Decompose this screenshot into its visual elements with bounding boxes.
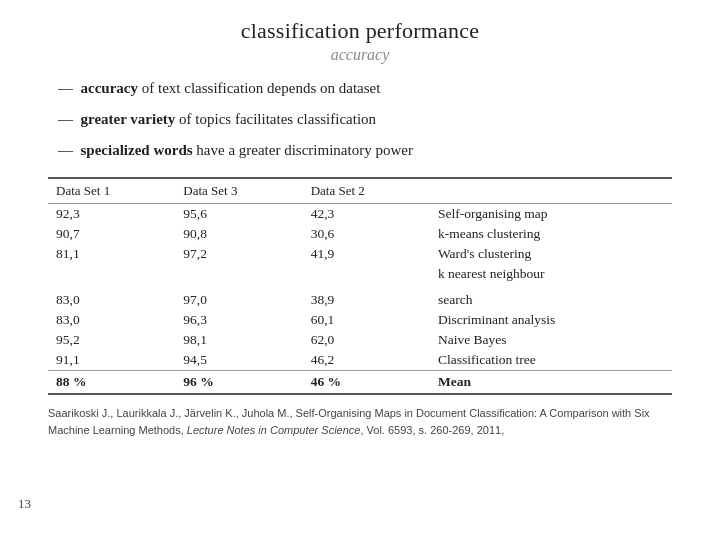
cell-ds1: 91,1 — [48, 350, 175, 371]
cell-label: Discriminant analysis — [430, 310, 672, 330]
results-table: Data Set 1 Data Set 3 Data Set 2 92,395,… — [48, 177, 672, 395]
cell-mean-ds1: 88 % — [48, 371, 175, 395]
cell-ds3 — [175, 264, 302, 284]
bullet-item-1: accuracy of text classification depends … — [48, 78, 672, 99]
cell-ds1: 92,3 — [48, 204, 175, 225]
cell-label: k-means clustering — [430, 224, 672, 244]
cell-ds1: 83,0 — [48, 310, 175, 330]
cell-ds3: 90,8 — [175, 224, 302, 244]
cell-ds1 — [48, 264, 175, 284]
header-ds2: Data Set 2 — [303, 178, 430, 204]
cell-ds2: 38,9 — [303, 284, 430, 310]
table-header-row: Data Set 1 Data Set 3 Data Set 2 — [48, 178, 672, 204]
header-ds3: Data Set 3 — [175, 178, 302, 204]
table-row: 90,790,830,6k-means clustering — [48, 224, 672, 244]
cell-label: Naive Bayes — [430, 330, 672, 350]
cell-ds1: 90,7 — [48, 224, 175, 244]
bullet-item-3: specialized words have a greater discrim… — [48, 140, 672, 161]
table-row: 81,197,241,9Ward's clustering — [48, 244, 672, 264]
cell-mean-label: Mean — [430, 371, 672, 395]
bullet-1-rest: of text classification depends on datase… — [138, 80, 380, 96]
bullet-item-2: greater variety of topics facilitates cl… — [48, 109, 672, 130]
table-row: 95,298,162,0Naive Bayes — [48, 330, 672, 350]
cell-ds3: 96,3 — [175, 310, 302, 330]
table-mean-row: 88 %96 %46 %Mean — [48, 371, 672, 395]
cell-ds3: 98,1 — [175, 330, 302, 350]
cell-label: search — [430, 284, 672, 310]
table-wrapper: Data Set 1 Data Set 3 Data Set 2 92,395,… — [48, 177, 672, 395]
cell-ds3: 94,5 — [175, 350, 302, 371]
cell-ds2: 60,1 — [303, 310, 430, 330]
table-row: 83,097,038,9search — [48, 284, 672, 310]
main-content: classification performance accuracy accu… — [0, 0, 720, 454]
cell-mean-ds3: 96 % — [175, 371, 302, 395]
cell-label: Self-organising map — [430, 204, 672, 225]
table-row: k nearest neighbour — [48, 264, 672, 284]
cell-ds2: 62,0 — [303, 330, 430, 350]
bullet-3-bold: specialized words — [81, 142, 193, 158]
cell-label: Ward's clustering — [430, 244, 672, 264]
cell-ds1: 83,0 — [48, 284, 175, 310]
cell-ds3: 97,0 — [175, 284, 302, 310]
bullet-3-rest: have a greater discriminatory power — [193, 142, 413, 158]
cell-ds2: 30,6 — [303, 224, 430, 244]
cell-ds2 — [303, 264, 430, 284]
bullet-1-bold: accuracy — [81, 80, 138, 96]
cell-label: Classification tree — [430, 350, 672, 371]
table-row: 83,096,360,1Discriminant analysis — [48, 310, 672, 330]
header-label — [430, 178, 672, 204]
cell-ds2: 46,2 — [303, 350, 430, 371]
cell-ds3: 95,6 — [175, 204, 302, 225]
table-row: 92,395,642,3Self-organising map — [48, 204, 672, 225]
cell-ds1: 95,2 — [48, 330, 175, 350]
bullet-list: accuracy of text classification depends … — [48, 78, 672, 161]
cell-ds1: 81,1 — [48, 244, 175, 264]
header-ds1: Data Set 1 — [48, 178, 175, 204]
cell-ds3: 97,2 — [175, 244, 302, 264]
subtitle: accuracy — [48, 46, 672, 64]
cell-ds2: 42,3 — [303, 204, 430, 225]
page-number: 13 — [18, 496, 31, 512]
page-title: classification performance — [48, 18, 672, 44]
cell-ds2: 41,9 — [303, 244, 430, 264]
bullet-2-bold: greater variety — [81, 111, 176, 127]
table-row: 91,194,546,2Classification tree — [48, 350, 672, 371]
cell-label: k nearest neighbour — [430, 264, 672, 284]
cell-mean-ds2: 46 % — [303, 371, 430, 395]
footnote: Saarikoski J., Laurikkala J., Järvelin K… — [48, 405, 672, 438]
bullet-2-rest: of topics facilitates classification — [175, 111, 376, 127]
